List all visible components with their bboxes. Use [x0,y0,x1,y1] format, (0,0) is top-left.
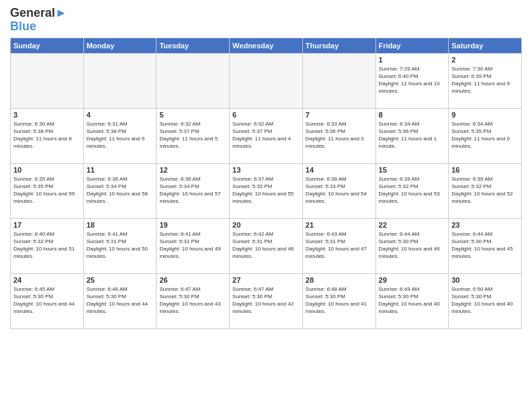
day-info: Sunrise: 6:47 AMSunset: 5:30 PMDaylight:… [159,285,226,316]
day-number: 15 [379,166,446,174]
day-cell: 10Sunrise: 6:35 AMSunset: 5:35 PMDayligh… [11,163,84,218]
day-cell: 3Sunrise: 6:30 AMSunset: 5:38 PMDaylight… [11,108,84,163]
day-number: 19 [159,221,226,229]
day-cell: 9Sunrise: 6:34 AMSunset: 5:35 PMDaylight… [449,108,522,163]
day-cell: 19Sunrise: 6:41 AMSunset: 5:31 PMDayligh… [157,218,230,273]
day-info: Sunrise: 6:50 AMSunset: 5:30 PMDaylight:… [451,285,519,316]
day-info: Sunrise: 6:31 AMSunset: 5:38 PMDaylight:… [87,120,154,150]
day-cell: 20Sunrise: 6:42 AMSunset: 5:31 PMDayligh… [230,218,303,273]
day-cell: 16Sunrise: 6:39 AMSunset: 5:32 PMDayligh… [449,163,522,218]
week-row-4: 17Sunrise: 6:40 AMSunset: 5:32 PMDayligh… [11,218,522,273]
day-info: Sunrise: 6:36 AMSunset: 5:34 PMDaylight:… [159,175,226,205]
day-cell: 14Sunrise: 6:38 AMSunset: 5:33 PMDayligh… [302,163,375,218]
day-cell: 22Sunrise: 6:44 AMSunset: 5:30 PMDayligh… [375,218,449,273]
day-number: 6 [232,111,300,119]
main-container: General► Blue SundayMondayTuesdayWednesd… [0,0,532,332]
header: General► Blue [10,7,522,34]
day-cell: 2Sunrise: 7:30 AMSunset: 6:39 PMDaylight… [449,53,522,108]
weekday-sunday: Sunday [11,38,84,53]
day-info: Sunrise: 6:34 AMSunset: 5:35 PMDaylight:… [451,120,519,150]
day-number: 22 [379,221,446,229]
day-number: 14 [306,166,373,174]
day-number: 21 [306,221,373,229]
day-info: Sunrise: 6:34 AMSunset: 5:36 PMDaylight:… [379,120,446,150]
day-cell: 17Sunrise: 6:40 AMSunset: 5:32 PMDayligh… [11,218,84,273]
logo-text2: Blue [10,20,36,34]
day-cell: 30Sunrise: 6:50 AMSunset: 5:30 PMDayligh… [449,273,522,328]
day-info: Sunrise: 7:29 AMSunset: 6:40 PMDaylight:… [379,65,446,95]
day-number: 3 [13,111,81,119]
day-number: 18 [87,221,154,229]
day-info: Sunrise: 6:46 AMSunset: 5:30 PMDaylight:… [87,285,154,316]
day-info: Sunrise: 6:42 AMSunset: 5:31 PMDaylight:… [232,230,300,261]
day-cell [157,53,230,108]
day-cell: 7Sunrise: 6:33 AMSunset: 5:36 PMDaylight… [302,108,375,163]
day-cell [83,53,157,108]
logo-text: General► [10,7,67,20]
day-number: 8 [379,111,446,119]
weekday-header-row: SundayMondayTuesdayWednesdayThursdayFrid… [11,38,522,53]
day-info: Sunrise: 6:44 AMSunset: 5:30 PMDaylight:… [379,230,446,261]
day-number: 26 [159,276,226,284]
day-cell: 25Sunrise: 6:46 AMSunset: 5:30 PMDayligh… [83,273,157,328]
day-cell: 29Sunrise: 6:49 AMSunset: 5:30 PMDayligh… [375,273,449,328]
day-cell: 13Sunrise: 6:37 AMSunset: 5:33 PMDayligh… [230,163,303,218]
day-cell: 4Sunrise: 6:31 AMSunset: 5:38 PMDaylight… [83,108,157,163]
day-info: Sunrise: 6:33 AMSunset: 5:36 PMDaylight:… [306,120,373,150]
week-row-2: 3Sunrise: 6:30 AMSunset: 5:38 PMDaylight… [11,108,522,163]
day-number: 12 [159,166,226,174]
day-info: Sunrise: 6:38 AMSunset: 5:33 PMDaylight:… [306,175,373,205]
day-cell: 21Sunrise: 6:43 AMSunset: 5:31 PMDayligh… [302,218,375,273]
day-cell [302,53,375,108]
day-number: 4 [87,111,154,119]
week-row-3: 10Sunrise: 6:35 AMSunset: 5:35 PMDayligh… [11,163,522,218]
day-info: Sunrise: 6:36 AMSunset: 5:34 PMDaylight:… [87,175,154,205]
day-info: Sunrise: 6:44 AMSunset: 5:30 PMDaylight:… [451,230,519,261]
day-cell: 26Sunrise: 6:47 AMSunset: 5:30 PMDayligh… [157,273,230,328]
day-info: Sunrise: 6:41 AMSunset: 5:31 PMDaylight:… [159,230,226,261]
day-info: Sunrise: 6:35 AMSunset: 5:35 PMDaylight:… [13,175,81,205]
day-number: 17 [13,221,81,229]
day-info: Sunrise: 6:43 AMSunset: 5:31 PMDaylight:… [306,230,373,261]
day-info: Sunrise: 6:30 AMSunset: 5:38 PMDaylight:… [13,120,81,150]
day-number: 20 [232,221,300,229]
day-info: Sunrise: 6:49 AMSunset: 5:30 PMDaylight:… [379,285,446,316]
day-cell: 15Sunrise: 6:39 AMSunset: 5:32 PMDayligh… [375,163,449,218]
day-number: 7 [306,111,373,119]
day-number: 2 [451,56,519,64]
day-cell: 23Sunrise: 6:44 AMSunset: 5:30 PMDayligh… [449,218,522,273]
day-cell: 18Sunrise: 6:41 AMSunset: 5:31 PMDayligh… [83,218,157,273]
week-row-1: 1Sunrise: 7:29 AMSunset: 6:40 PMDaylight… [11,53,522,108]
day-cell [11,53,84,108]
day-info: Sunrise: 6:32 AMSunset: 5:37 PMDaylight:… [159,120,226,150]
day-number: 30 [451,276,519,284]
weekday-tuesday: Tuesday [157,38,230,53]
day-cell: 27Sunrise: 6:47 AMSunset: 5:30 PMDayligh… [230,273,303,328]
day-info: Sunrise: 6:45 AMSunset: 5:30 PMDaylight:… [13,285,81,316]
weekday-saturday: Saturday [449,38,522,53]
day-number: 29 [379,276,446,284]
day-cell: 28Sunrise: 6:48 AMSunset: 5:30 PMDayligh… [302,273,375,328]
day-info: Sunrise: 6:37 AMSunset: 5:33 PMDaylight:… [232,175,300,205]
day-info: Sunrise: 6:39 AMSunset: 5:32 PMDaylight:… [379,175,446,205]
day-cell: 24Sunrise: 6:45 AMSunset: 5:30 PMDayligh… [11,273,84,328]
day-number: 5 [159,111,226,119]
day-number: 23 [451,221,519,229]
logo: General► Blue [10,7,67,34]
day-number: 1 [379,56,446,64]
weekday-friday: Friday [375,38,449,53]
day-cell: 11Sunrise: 6:36 AMSunset: 5:34 PMDayligh… [83,163,157,218]
day-cell [230,53,303,108]
day-cell: 8Sunrise: 6:34 AMSunset: 5:36 PMDaylight… [375,108,449,163]
week-row-5: 24Sunrise: 6:45 AMSunset: 5:30 PMDayligh… [11,273,522,328]
day-number: 24 [13,276,81,284]
day-info: Sunrise: 6:47 AMSunset: 5:30 PMDaylight:… [232,285,300,316]
calendar-table: SundayMondayTuesdayWednesdayThursdayFrid… [10,38,522,329]
day-info: Sunrise: 6:48 AMSunset: 5:30 PMDaylight:… [306,285,373,316]
day-info: Sunrise: 6:40 AMSunset: 5:32 PMDaylight:… [13,230,81,261]
day-info: Sunrise: 6:39 AMSunset: 5:32 PMDaylight:… [451,175,519,205]
weekday-thursday: Thursday [302,38,375,53]
day-info: Sunrise: 6:32 AMSunset: 5:37 PMDaylight:… [232,120,300,150]
day-number: 13 [232,166,300,174]
day-cell: 1Sunrise: 7:29 AMSunset: 6:40 PMDaylight… [375,53,449,108]
